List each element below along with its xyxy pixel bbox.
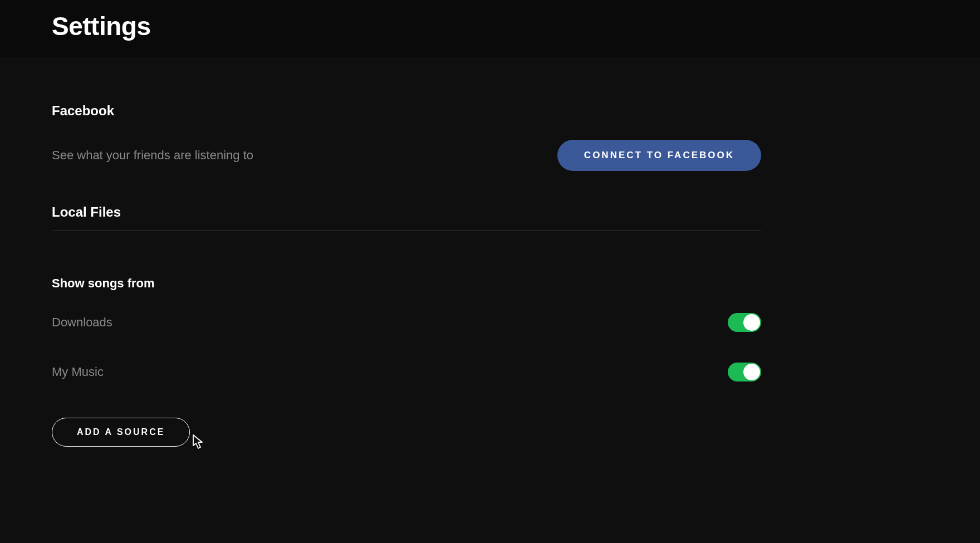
local-files-section-heading: Local Files: [52, 204, 761, 231]
source-downloads-toggle[interactable]: [728, 313, 761, 332]
facebook-description: See what your friends are listening to: [52, 148, 253, 163]
mouse-cursor-icon: [193, 434, 205, 450]
source-downloads-label: Downloads: [52, 315, 112, 330]
toggle-knob-icon: [743, 314, 760, 331]
page-title: Settings: [52, 11, 980, 41]
show-songs-from-heading: Show songs from: [52, 276, 761, 291]
connect-facebook-button[interactable]: CONNECT TO FACEBOOK: [557, 140, 761, 171]
facebook-section-heading: Facebook: [52, 103, 761, 119]
toggle-knob-icon: [743, 364, 760, 380]
add-source-button[interactable]: ADD A SOURCE: [52, 418, 190, 447]
source-my-music-toggle[interactable]: [728, 363, 761, 381]
source-my-music-label: My Music: [52, 365, 104, 379]
